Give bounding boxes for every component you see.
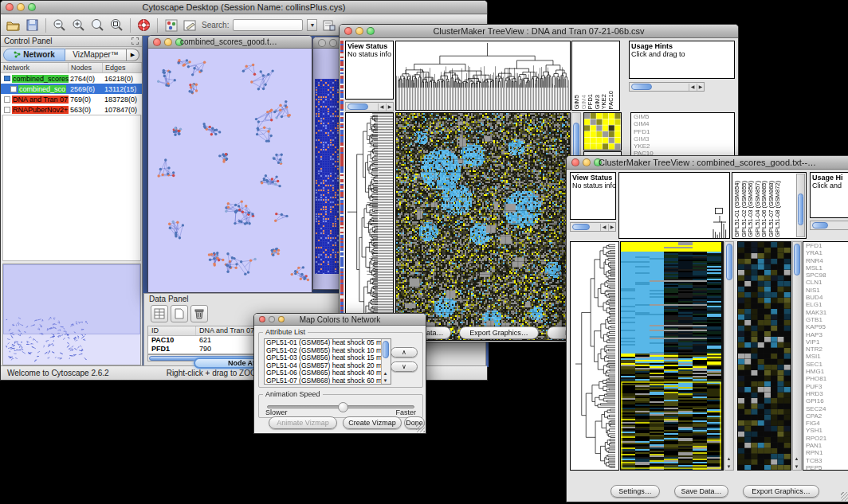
- column-label[interactable]: GPL51-01 (GSM854): [734, 181, 740, 237]
- column-label[interactable]: PFD1: [587, 94, 594, 109]
- titlebar[interactable]: combined_scores_good.txt--cluste...: [148, 36, 312, 49]
- scroll-left-icon[interactable]: ◀: [600, 224, 607, 231]
- gene-label[interactable]: MAK31: [806, 309, 848, 316]
- column-label[interactable]: GPL51-07 (GSM868): [768, 181, 775, 237]
- gene-label[interactable]: NIS1: [806, 287, 848, 294]
- gene-label[interactable]: PUF3: [806, 383, 848, 390]
- list-item[interactable]: GPL51-07 (GSM868) heat shock 60 min: [265, 377, 391, 385]
- gene-label[interactable]: YSH1: [806, 427, 848, 434]
- column-label[interactable]: GPL51-08 (GSM872): [775, 181, 781, 237]
- scroll-left-icon[interactable]: ◀: [689, 84, 696, 91]
- birdseye-view[interactable]: [2, 264, 141, 365]
- attribute-list-scrollbar[interactable]: ▲ ▼: [381, 339, 391, 384]
- close-icon[interactable]: [153, 38, 161, 46]
- network-canvas[interactable]: [149, 49, 311, 291]
- table-row[interactable]: combined_scores 2764(0) 16218(0): [1, 73, 142, 84]
- scroll-right-icon[interactable]: ▶: [386, 104, 393, 111]
- close-icon[interactable]: [259, 316, 265, 322]
- column-label[interactable]: GPL51-03 (GSM856): [748, 181, 754, 237]
- gene-label[interactable]: KAP95: [806, 323, 848, 330]
- secondary-heatmap[interactable]: [737, 241, 791, 471]
- settings-button[interactable]: Settings…: [610, 485, 660, 498]
- scroll-up-icon[interactable]: ▲: [725, 455, 732, 462]
- annotation-icon[interactable]: [183, 18, 198, 33]
- zoom-selected-icon[interactable]: [109, 18, 124, 33]
- export-graphics-button[interactable]: Export Graphics…: [459, 326, 539, 339]
- row-label[interactable]: GIM5: [634, 113, 734, 120]
- zoom-window-icon[interactable]: [278, 316, 285, 322]
- usage-hints-scrollbar[interactable]: [810, 221, 848, 230]
- scroll-left-icon[interactable]: ◀: [378, 104, 385, 111]
- scroll-down-icon[interactable]: ▼: [793, 463, 800, 470]
- gene-label[interactable]: VIP1: [806, 338, 848, 346]
- gene-label[interactable]: MSI1: [806, 353, 848, 360]
- column-label[interactable]: GIM3: [595, 95, 601, 109]
- zoom-fit-icon[interactable]: [90, 18, 105, 33]
- gene-label[interactable]: FIG4: [806, 420, 848, 427]
- move-down-button[interactable]: ∨: [391, 361, 418, 372]
- minimize-icon[interactable]: [164, 38, 172, 46]
- scroll-right-icon[interactable]: ▶: [697, 84, 704, 91]
- close-icon[interactable]: [571, 158, 579, 166]
- delete-attribute-icon[interactable]: [190, 305, 208, 322]
- tab-vizmapper[interactable]: VizMapper™: [65, 49, 127, 61]
- close-icon[interactable]: [344, 27, 352, 35]
- float-panel-icon[interactable]: [132, 37, 139, 45]
- titlebar[interactable]: ClusterMaker TreeView : DNA and Tran 07-…: [340, 25, 738, 38]
- table-row[interactable]: DNA and Tran 07 769(0) 183728(0): [1, 94, 142, 104]
- select-attributes-icon[interactable]: [151, 305, 168, 322]
- row-label[interactable]: YKE2: [634, 143, 734, 150]
- scroll-up-icon[interactable]: ▲: [382, 370, 389, 377]
- tab-network[interactable]: Network: [3, 49, 65, 61]
- row-dendrogram-panel[interactable]: [570, 241, 619, 471]
- gene-label[interactable]: SEC1: [806, 361, 848, 368]
- minimize-icon[interactable]: [583, 158, 591, 166]
- scroll-down-icon[interactable]: ▼: [382, 377, 389, 384]
- heatmap-panel[interactable]: [395, 112, 571, 341]
- gene-label[interactable]: CLN1: [806, 279, 848, 286]
- help-lifering-icon[interactable]: [136, 18, 151, 33]
- column-dendrogram-panel[interactable]: [395, 41, 571, 111]
- save-data-button[interactable]: Save Data…: [674, 485, 728, 498]
- gene-label[interactable]: PAN1: [806, 442, 848, 449]
- row-dendrogram-panel[interactable]: [345, 112, 394, 341]
- titlebar[interactable]: Map Colors to Network: [254, 314, 426, 326]
- mini-heatmap[interactable]: [583, 112, 622, 150]
- minimize-icon[interactable]: [355, 27, 363, 35]
- resize-grip[interactable]: [841, 492, 848, 501]
- heatmap-panel[interactable]: [620, 241, 724, 471]
- scroll-up-icon[interactable]: ▲: [793, 455, 800, 462]
- heatmap-vscrollbar[interactable]: ▲ ▼: [724, 241, 734, 471]
- gene-label[interactable]: HAP3: [806, 331, 848, 338]
- search-input[interactable]: [233, 19, 303, 31]
- gene-label[interactable]: PFD1: [806, 242, 848, 249]
- gene-label[interactable]: MSL1: [806, 264, 848, 272]
- animation-speed-slider[interactable]: [267, 405, 414, 408]
- row-label[interactable]: PFD1: [634, 128, 734, 135]
- gene-label[interactable]: TCB3: [806, 457, 848, 464]
- gene-label[interactable]: GTB1: [806, 316, 848, 323]
- scroll-right-icon[interactable]: ▶: [608, 224, 615, 231]
- new-attribute-icon[interactable]: [171, 305, 188, 322]
- gene-label[interactable]: NTR2: [806, 346, 848, 353]
- column-label[interactable]: GPL51-04 (GSM857): [755, 181, 761, 237]
- window-controls[interactable]: [6, 3, 36, 11]
- gene-label[interactable]: HMG1: [806, 368, 848, 375]
- column-label[interactable]: GIM5: [574, 95, 580, 109]
- report-icon[interactable]: [321, 18, 336, 33]
- dense-network-canvas[interactable]: [315, 79, 340, 274]
- slider-thumb[interactable]: [338, 402, 348, 412]
- usage-hints-scrollbar[interactable]: ◀▶: [629, 82, 705, 92]
- vizmap-icon[interactable]: [163, 18, 179, 33]
- gene-label[interactable]: RNR4: [806, 257, 848, 264]
- gene-label[interactable]: BUD4: [806, 294, 848, 301]
- table-row[interactable]: combined_sco 2569(6) 13112(15): [1, 84, 142, 94]
- column-label[interactable]: PAC10: [608, 91, 614, 109]
- scroll-down-icon[interactable]: ▼: [725, 463, 732, 470]
- animate-vizmap-button[interactable]: Animate Vizmap: [269, 416, 337, 429]
- create-vizmap-button[interactable]: Create Vizmap: [343, 416, 402, 429]
- search-dropdown-icon[interactable]: ▼: [307, 19, 317, 31]
- minimize-icon[interactable]: [269, 316, 275, 322]
- titlebar[interactable]: ClusterMaker TreeView : combined_scores_…: [567, 156, 848, 170]
- gene-label[interactable]: SPC98: [806, 272, 848, 279]
